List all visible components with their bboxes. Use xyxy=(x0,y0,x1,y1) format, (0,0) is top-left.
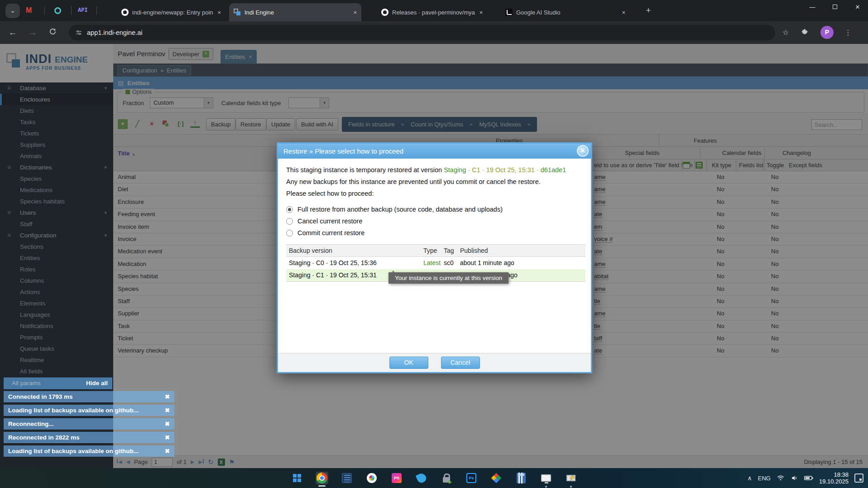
radio-cancel-restore[interactable]: Cancel current restore xyxy=(286,215,583,227)
running-indicator xyxy=(545,486,547,488)
api-icon: API xyxy=(78,7,88,14)
pinned-tab-logo[interactable] xyxy=(54,6,61,15)
version-detail: · C1 · 19 Oct 25, 15:31 · xyxy=(468,166,538,174)
new-tab-button[interactable]: + xyxy=(643,5,654,16)
cell-version: Staging · C0 · 19 Oct 25, 15:36 xyxy=(289,259,377,266)
terminal-icon xyxy=(342,473,352,483)
running-indicator xyxy=(570,486,572,488)
restore-message-line2: Any new backups for this instance are pr… xyxy=(286,176,583,188)
browser-tab-2-active[interactable]: Indi Engine × xyxy=(229,3,361,21)
taskbar-monitor-app[interactable] xyxy=(540,472,552,484)
language-indicator[interactable]: ENG xyxy=(758,475,771,482)
reload-icon[interactable] xyxy=(46,26,59,39)
col-tag[interactable]: Tag xyxy=(444,247,454,254)
address-bar[interactable]: app1.indi-engine.ai xyxy=(69,25,775,40)
radio-full-restore[interactable]: Full restore from another backup (source… xyxy=(286,203,583,215)
kebab-menu-icon[interactable]: ⋮ xyxy=(842,26,854,39)
radio-icon[interactable] xyxy=(286,218,293,225)
col-backup-version[interactable]: Backup version xyxy=(289,247,332,254)
browser-tab-strip: ⌄ M API indi-engine/newapp: Entry poin ×… xyxy=(0,0,868,21)
forward-icon[interactable]: → xyxy=(26,26,39,39)
profile-avatar[interactable]: P xyxy=(820,26,834,39)
tab-close-icon[interactable]: × xyxy=(218,9,221,16)
taskbar-drive[interactable] xyxy=(490,472,503,484)
back-icon[interactable]: ← xyxy=(6,26,19,39)
tab-close-icon[interactable]: × xyxy=(480,9,483,16)
cancel-button[interactable]: Cancel xyxy=(441,357,480,369)
close-icon[interactable]: ✖ xyxy=(165,391,170,402)
taskbar-photoshop[interactable]: Ps xyxy=(465,472,478,484)
ai-studio-icon xyxy=(505,9,513,16)
ring-logo-icon xyxy=(54,7,61,14)
col-published[interactable]: Published xyxy=(460,247,488,254)
restore-message-line1: This staging instance is temporary resto… xyxy=(286,164,583,176)
monitor-icon xyxy=(541,474,551,482)
backup-row[interactable]: Staging · C0 · 19 Oct 25, 15:36 Latest s… xyxy=(286,257,585,269)
hide-all-button[interactable]: Hide all xyxy=(86,377,108,389)
tray-chevron-icon[interactable]: ∧ xyxy=(748,474,752,482)
col-type[interactable]: Type xyxy=(423,247,437,254)
browser-tab-4[interactable]: Google AI Studio × xyxy=(501,3,630,21)
taskbar-remote-app[interactable] xyxy=(565,472,577,484)
taskbar-phpstorm[interactable]: PS xyxy=(390,472,403,484)
version-hash: d61ade1 xyxy=(541,166,566,174)
browser-tab-3[interactable]: Releases · pavel-perminov/mya × xyxy=(377,3,494,21)
dialog-footer: OK Cancel xyxy=(278,353,591,372)
photoshop-icon: Ps xyxy=(466,473,476,483)
volume-icon[interactable] xyxy=(791,474,798,482)
backup-table-header: Backup version Type Tag Published xyxy=(286,245,585,257)
dialog-close-button[interactable]: ✕ xyxy=(577,145,589,157)
browser-tab-1[interactable]: indi-engine/newapp: Entry poin × xyxy=(117,3,227,21)
tab-separator xyxy=(44,6,45,15)
toast-message: Reconnected in 2822 ms xyxy=(8,434,80,441)
pinned-tab-api[interactable]: API xyxy=(78,6,88,15)
taskbar-keepass[interactable] xyxy=(440,472,453,484)
taskbar-chrome[interactable] xyxy=(316,472,328,484)
maximize-icon xyxy=(833,5,837,9)
tab-title: Releases · pavel-perminov/mya xyxy=(392,9,475,16)
phpstorm-icon: PS xyxy=(392,473,402,483)
taskbar-slack[interactable] xyxy=(365,472,378,484)
taskbar-dolphin[interactable] xyxy=(415,472,428,484)
taskbar-terminal[interactable] xyxy=(340,472,353,484)
extensions-puzzle-icon[interactable] xyxy=(798,26,811,39)
hide-all-row[interactable]: All params Hide all xyxy=(4,377,112,389)
message-prefix: This staging instance is temporary resto… xyxy=(286,166,442,174)
remote-desktop-icon xyxy=(566,475,575,481)
system-tray: ∧ ENG 18:38 19.10.2025 xyxy=(748,468,864,488)
radio-commit-restore[interactable]: Commit current restore xyxy=(286,227,583,239)
tab-close-icon[interactable]: × xyxy=(353,9,357,16)
window-maximize-button[interactable] xyxy=(825,0,845,15)
site-settings-icon[interactable] xyxy=(75,29,82,36)
toast: Reconnected in 2822 ms✖ xyxy=(4,432,174,443)
windows-icon xyxy=(293,474,301,482)
notification-icon[interactable] xyxy=(854,474,863,483)
battery-icon[interactable] xyxy=(804,475,813,481)
indi-engine-icon xyxy=(234,9,241,16)
toast: Loading list of backups available on git… xyxy=(4,405,174,416)
bookmark-star-icon[interactable]: ☆ xyxy=(779,26,792,39)
wifi-icon[interactable] xyxy=(777,474,785,482)
taskbar-calculator[interactable] xyxy=(515,472,528,484)
tab-title: indi-engine/newapp: Entry poin xyxy=(132,9,213,16)
radio-icon[interactable] xyxy=(286,230,293,237)
close-icon[interactable]: ✖ xyxy=(165,418,170,430)
window-close-button[interactable]: ✕ xyxy=(847,0,868,15)
radio-selected-icon[interactable] xyxy=(286,206,293,213)
close-icon[interactable]: ✖ xyxy=(165,432,170,443)
ok-button[interactable]: OK xyxy=(389,357,428,369)
tab-search-button[interactable]: ⌄ xyxy=(5,4,20,18)
start-button[interactable] xyxy=(291,472,303,484)
slack-icon xyxy=(367,473,377,483)
toast-message: Loading list of backups available on git… xyxy=(8,448,139,454)
window-minimize-button[interactable]: — xyxy=(802,0,823,15)
close-icon[interactable]: ✖ xyxy=(165,405,170,416)
gmail-icon: M xyxy=(26,6,32,14)
close-icon[interactable]: ✖ xyxy=(165,445,170,457)
github-icon xyxy=(381,9,388,16)
clock[interactable]: 18:38 19.10.2025 xyxy=(819,471,849,485)
clock-date: 19.10.2025 xyxy=(819,478,849,485)
dialog-titlebar[interactable]: Restore » Please select how to proceed ✕ xyxy=(278,144,591,159)
pinned-tab-gmail[interactable]: M xyxy=(26,6,32,15)
tab-close-icon[interactable]: × xyxy=(622,9,625,16)
